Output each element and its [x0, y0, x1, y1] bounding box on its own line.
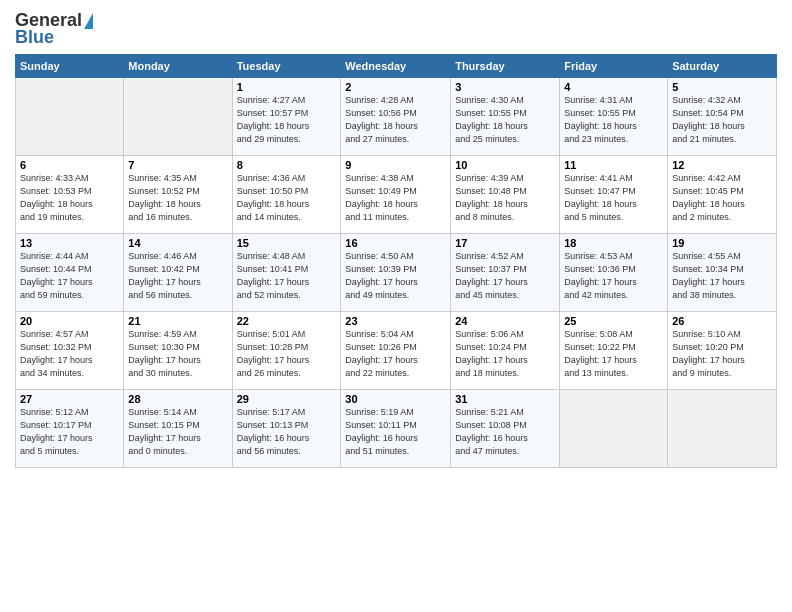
- day-number: 18: [564, 237, 663, 249]
- calendar-table: SundayMondayTuesdayWednesdayThursdayFrid…: [15, 54, 777, 468]
- day-number: 5: [672, 81, 772, 93]
- header-cell-wednesday: Wednesday: [341, 55, 451, 78]
- day-cell: 13Sunrise: 4:44 AM Sunset: 10:44 PM Dayl…: [16, 234, 124, 312]
- day-number: 12: [672, 159, 772, 171]
- day-info: Sunrise: 5:04 AM Sunset: 10:26 PM Daylig…: [345, 328, 446, 380]
- header-cell-saturday: Saturday: [668, 55, 777, 78]
- day-cell: 5Sunrise: 4:32 AM Sunset: 10:54 PM Dayli…: [668, 78, 777, 156]
- day-info: Sunrise: 5:14 AM Sunset: 10:15 PM Daylig…: [128, 406, 227, 458]
- day-number: 13: [20, 237, 119, 249]
- day-cell: 11Sunrise: 4:41 AM Sunset: 10:47 PM Dayl…: [560, 156, 668, 234]
- day-info: Sunrise: 4:46 AM Sunset: 10:42 PM Daylig…: [128, 250, 227, 302]
- day-cell: 1Sunrise: 4:27 AM Sunset: 10:57 PM Dayli…: [232, 78, 341, 156]
- day-number: 14: [128, 237, 227, 249]
- day-cell: 30Sunrise: 5:19 AM Sunset: 10:11 PM Dayl…: [341, 390, 451, 468]
- day-number: 2: [345, 81, 446, 93]
- header-cell-sunday: Sunday: [16, 55, 124, 78]
- day-info: Sunrise: 5:01 AM Sunset: 10:28 PM Daylig…: [237, 328, 337, 380]
- day-info: Sunrise: 5:06 AM Sunset: 10:24 PM Daylig…: [455, 328, 555, 380]
- header-cell-friday: Friday: [560, 55, 668, 78]
- day-cell: 31Sunrise: 5:21 AM Sunset: 10:08 PM Dayl…: [451, 390, 560, 468]
- day-info: Sunrise: 4:57 AM Sunset: 10:32 PM Daylig…: [20, 328, 119, 380]
- day-number: 24: [455, 315, 555, 327]
- day-info: Sunrise: 4:35 AM Sunset: 10:52 PM Daylig…: [128, 172, 227, 224]
- day-info: Sunrise: 5:08 AM Sunset: 10:22 PM Daylig…: [564, 328, 663, 380]
- day-cell: 25Sunrise: 5:08 AM Sunset: 10:22 PM Dayl…: [560, 312, 668, 390]
- day-number: 26: [672, 315, 772, 327]
- day-info: Sunrise: 4:39 AM Sunset: 10:48 PM Daylig…: [455, 172, 555, 224]
- day-number: 29: [237, 393, 337, 405]
- day-cell: 29Sunrise: 5:17 AM Sunset: 10:13 PM Dayl…: [232, 390, 341, 468]
- day-number: 19: [672, 237, 772, 249]
- day-cell: 27Sunrise: 5:12 AM Sunset: 10:17 PM Dayl…: [16, 390, 124, 468]
- day-cell: 6Sunrise: 4:33 AM Sunset: 10:53 PM Dayli…: [16, 156, 124, 234]
- day-cell: 21Sunrise: 4:59 AM Sunset: 10:30 PM Dayl…: [124, 312, 232, 390]
- day-cell: 17Sunrise: 4:52 AM Sunset: 10:37 PM Dayl…: [451, 234, 560, 312]
- day-cell: [668, 390, 777, 468]
- day-number: 7: [128, 159, 227, 171]
- day-info: Sunrise: 4:55 AM Sunset: 10:34 PM Daylig…: [672, 250, 772, 302]
- day-cell: 9Sunrise: 4:38 AM Sunset: 10:49 PM Dayli…: [341, 156, 451, 234]
- week-row-5: 27Sunrise: 5:12 AM Sunset: 10:17 PM Dayl…: [16, 390, 777, 468]
- day-info: Sunrise: 4:53 AM Sunset: 10:36 PM Daylig…: [564, 250, 663, 302]
- day-info: Sunrise: 4:36 AM Sunset: 10:50 PM Daylig…: [237, 172, 337, 224]
- day-info: Sunrise: 4:28 AM Sunset: 10:56 PM Daylig…: [345, 94, 446, 146]
- day-number: 9: [345, 159, 446, 171]
- day-info: Sunrise: 4:32 AM Sunset: 10:54 PM Daylig…: [672, 94, 772, 146]
- day-cell: [124, 78, 232, 156]
- week-row-4: 20Sunrise: 4:57 AM Sunset: 10:32 PM Dayl…: [16, 312, 777, 390]
- page: General Blue SundayMondayTuesdayWednesda…: [0, 0, 792, 612]
- day-cell: 8Sunrise: 4:36 AM Sunset: 10:50 PM Dayli…: [232, 156, 341, 234]
- day-cell: 22Sunrise: 5:01 AM Sunset: 10:28 PM Dayl…: [232, 312, 341, 390]
- day-number: 3: [455, 81, 555, 93]
- day-cell: 23Sunrise: 5:04 AM Sunset: 10:26 PM Dayl…: [341, 312, 451, 390]
- day-cell: 28Sunrise: 5:14 AM Sunset: 10:15 PM Dayl…: [124, 390, 232, 468]
- day-info: Sunrise: 5:19 AM Sunset: 10:11 PM Daylig…: [345, 406, 446, 458]
- day-cell: 26Sunrise: 5:10 AM Sunset: 10:20 PM Dayl…: [668, 312, 777, 390]
- day-cell: 4Sunrise: 4:31 AM Sunset: 10:55 PM Dayli…: [560, 78, 668, 156]
- day-info: Sunrise: 4:42 AM Sunset: 10:45 PM Daylig…: [672, 172, 772, 224]
- header-row: SundayMondayTuesdayWednesdayThursdayFrid…: [16, 55, 777, 78]
- day-cell: [560, 390, 668, 468]
- header-cell-monday: Monday: [124, 55, 232, 78]
- day-cell: 18Sunrise: 4:53 AM Sunset: 10:36 PM Dayl…: [560, 234, 668, 312]
- day-info: Sunrise: 4:33 AM Sunset: 10:53 PM Daylig…: [20, 172, 119, 224]
- day-cell: 2Sunrise: 4:28 AM Sunset: 10:56 PM Dayli…: [341, 78, 451, 156]
- logo-blue-text: Blue: [15, 27, 54, 48]
- day-info: Sunrise: 4:59 AM Sunset: 10:30 PM Daylig…: [128, 328, 227, 380]
- day-cell: 20Sunrise: 4:57 AM Sunset: 10:32 PM Dayl…: [16, 312, 124, 390]
- day-number: 4: [564, 81, 663, 93]
- day-number: 31: [455, 393, 555, 405]
- day-number: 23: [345, 315, 446, 327]
- header: General Blue: [15, 10, 777, 48]
- day-info: Sunrise: 4:50 AM Sunset: 10:39 PM Daylig…: [345, 250, 446, 302]
- day-info: Sunrise: 4:52 AM Sunset: 10:37 PM Daylig…: [455, 250, 555, 302]
- day-number: 20: [20, 315, 119, 327]
- day-info: Sunrise: 5:10 AM Sunset: 10:20 PM Daylig…: [672, 328, 772, 380]
- week-row-1: 1Sunrise: 4:27 AM Sunset: 10:57 PM Dayli…: [16, 78, 777, 156]
- day-number: 22: [237, 315, 337, 327]
- header-cell-thursday: Thursday: [451, 55, 560, 78]
- day-cell: 24Sunrise: 5:06 AM Sunset: 10:24 PM Dayl…: [451, 312, 560, 390]
- day-cell: 14Sunrise: 4:46 AM Sunset: 10:42 PM Dayl…: [124, 234, 232, 312]
- day-info: Sunrise: 4:27 AM Sunset: 10:57 PM Daylig…: [237, 94, 337, 146]
- day-number: 21: [128, 315, 227, 327]
- day-cell: 19Sunrise: 4:55 AM Sunset: 10:34 PM Dayl…: [668, 234, 777, 312]
- day-cell: 7Sunrise: 4:35 AM Sunset: 10:52 PM Dayli…: [124, 156, 232, 234]
- day-info: Sunrise: 5:17 AM Sunset: 10:13 PM Daylig…: [237, 406, 337, 458]
- day-cell: 16Sunrise: 4:50 AM Sunset: 10:39 PM Dayl…: [341, 234, 451, 312]
- header-cell-tuesday: Tuesday: [232, 55, 341, 78]
- day-info: Sunrise: 4:48 AM Sunset: 10:41 PM Daylig…: [237, 250, 337, 302]
- logo: General Blue: [15, 10, 93, 48]
- day-number: 1: [237, 81, 337, 93]
- day-number: 17: [455, 237, 555, 249]
- day-info: Sunrise: 5:12 AM Sunset: 10:17 PM Daylig…: [20, 406, 119, 458]
- day-number: 28: [128, 393, 227, 405]
- day-number: 8: [237, 159, 337, 171]
- day-info: Sunrise: 4:41 AM Sunset: 10:47 PM Daylig…: [564, 172, 663, 224]
- day-cell: 3Sunrise: 4:30 AM Sunset: 10:55 PM Dayli…: [451, 78, 560, 156]
- day-cell: 15Sunrise: 4:48 AM Sunset: 10:41 PM Dayl…: [232, 234, 341, 312]
- logo-triangle-icon: [84, 13, 93, 29]
- day-number: 11: [564, 159, 663, 171]
- day-info: Sunrise: 5:21 AM Sunset: 10:08 PM Daylig…: [455, 406, 555, 458]
